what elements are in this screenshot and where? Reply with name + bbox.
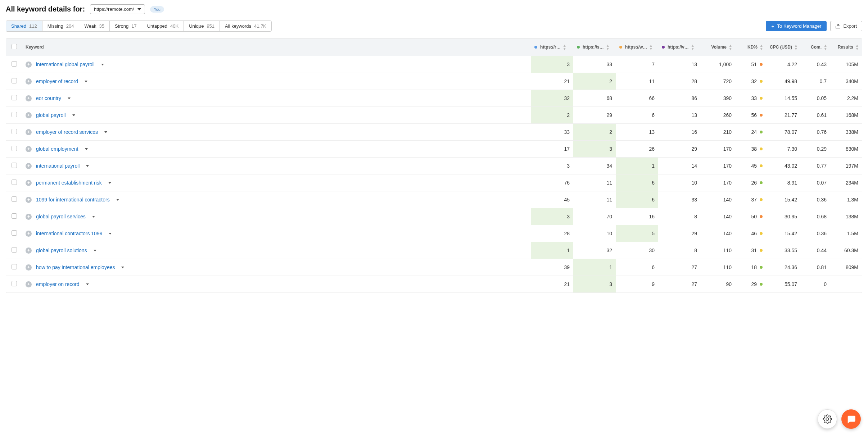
row-checkbox[interactable] (12, 95, 17, 100)
chevron-down-icon[interactable] (86, 283, 89, 285)
kd-value: 38 (751, 146, 757, 152)
chevron-down-icon[interactable] (92, 216, 95, 218)
keyword-link[interactable]: eor country (36, 95, 61, 101)
filter-tabs: Shared112Missing204Weak35Strong17Untappe… (6, 21, 272, 32)
comp-value: 33 (658, 191, 701, 208)
keyword-link[interactable]: global payroll services (36, 214, 86, 219)
kd-value: 18 (751, 264, 757, 270)
add-keyword-icon[interactable]: + (26, 112, 32, 118)
comp-value: 66 (616, 90, 658, 107)
add-keyword-icon[interactable]: + (26, 180, 32, 186)
keyword-link[interactable]: permanent establishment risk (36, 180, 102, 186)
chevron-down-icon[interactable] (108, 182, 111, 184)
row-checkbox[interactable] (12, 61, 17, 67)
keywords-table: Keyword https://r… ▴▾ https://s… (6, 38, 862, 293)
row-checkbox[interactable] (12, 247, 17, 253)
tab-unique[interactable]: Unique951 (184, 21, 220, 31)
comp-value: 76 (531, 174, 573, 191)
row-checkbox[interactable] (12, 112, 17, 117)
tab-shared[interactable]: Shared112 (6, 21, 42, 31)
chevron-down-icon[interactable] (109, 233, 112, 235)
select-all-checkbox[interactable] (12, 44, 17, 49)
cpc-value: 24.36 (766, 259, 801, 276)
chevron-down-icon[interactable] (68, 97, 71, 99)
add-keyword-icon[interactable]: + (26, 281, 32, 287)
chevron-down-icon[interactable] (86, 165, 89, 167)
keyword-link[interactable]: how to pay international employees (36, 264, 115, 270)
tab-all-keywords[interactable]: All keywords41.7K (220, 21, 271, 31)
keyword-link[interactable]: global payroll (36, 112, 66, 118)
add-keyword-icon[interactable]: + (26, 214, 32, 220)
chevron-down-icon[interactable] (101, 64, 104, 65)
com-value: 0.77 (801, 158, 830, 174)
col-volume[interactable]: Volume ▴▾ (701, 38, 735, 56)
row-checkbox[interactable] (12, 213, 17, 219)
add-keyword-icon[interactable]: + (26, 247, 32, 254)
col-comp-0[interactable]: https://r… ▴▾ (531, 38, 573, 56)
chevron-down-icon[interactable] (94, 250, 96, 251)
results-value: 105M (830, 56, 862, 73)
row-checkbox[interactable] (12, 146, 17, 151)
col-kd[interactable]: KD% ▴▾ (735, 38, 766, 56)
cpc-value: 15.42 (766, 191, 801, 208)
row-checkbox[interactable] (12, 196, 17, 202)
keyword-link[interactable]: international payroll (36, 163, 80, 169)
tab-label: All keywords (225, 23, 251, 29)
col-comp-2[interactable]: https://w… ▴▾ (616, 38, 658, 56)
kd-dot-icon (760, 80, 763, 83)
tab-count: 17 (131, 23, 136, 29)
add-keyword-icon[interactable]: + (26, 163, 32, 169)
row-checkbox[interactable] (12, 180, 17, 185)
tab-strong[interactable]: Strong17 (110, 21, 142, 31)
chevron-down-icon[interactable] (85, 148, 88, 150)
chevron-down-icon[interactable] (116, 199, 119, 201)
keyword-link[interactable]: global payroll solutions (36, 247, 87, 253)
keyword-link[interactable]: employer of record services (36, 129, 98, 135)
add-keyword-icon[interactable]: + (26, 78, 32, 85)
row-checkbox[interactable] (12, 78, 17, 83)
row-checkbox[interactable] (12, 163, 17, 168)
row-checkbox[interactable] (12, 230, 17, 236)
chevron-down-icon[interactable] (121, 267, 124, 268)
keyword-link[interactable]: 1099 for international contractors (36, 197, 110, 203)
tab-weak[interactable]: Weak35 (79, 21, 109, 31)
export-button[interactable]: Export (830, 21, 862, 31)
add-keyword-icon[interactable]: + (26, 95, 32, 101)
add-keyword-icon[interactable]: + (26, 129, 32, 135)
keyword-link[interactable]: employer of record (36, 78, 78, 84)
chevron-down-icon[interactable] (85, 81, 87, 82)
col-comp-3[interactable]: https://v… ▴▾ (658, 38, 701, 56)
table-row: +employer on record213927902955.070 (6, 276, 862, 293)
domain-select[interactable]: https://remote.com/ (90, 4, 145, 14)
row-checkbox[interactable] (12, 281, 17, 286)
row-checkbox[interactable] (12, 129, 17, 134)
add-keyword-icon[interactable]: + (26, 231, 32, 237)
sort-icon: ▴▾ (607, 44, 609, 51)
chevron-down-icon[interactable] (104, 131, 107, 133)
add-keyword-icon[interactable]: + (26, 146, 32, 152)
keyword-link[interactable]: international contractors 1099 (36, 231, 102, 236)
com-value: 0 (801, 276, 830, 293)
table-row: +employer of record services332131621024… (6, 124, 862, 141)
comp-value: 3 (531, 158, 573, 174)
comp-value: 11 (573, 174, 616, 191)
chevron-down-icon[interactable] (72, 114, 75, 116)
keyword-link[interactable]: international global payroll (36, 62, 95, 67)
tab-missing[interactable]: Missing204 (42, 21, 80, 31)
kd-value: 46 (751, 231, 757, 236)
keyword-link[interactable]: employer on record (36, 281, 80, 287)
add-keyword-icon[interactable]: + (26, 62, 32, 68)
col-cpc[interactable]: CPC (USD) ▴▾ (766, 38, 801, 56)
col-com[interactable]: Com. ▴▾ (801, 38, 830, 56)
to-keyword-manager-button[interactable]: + To Keyword Manager (766, 21, 827, 31)
keyword-link[interactable]: global employment (36, 146, 78, 152)
col-results[interactable]: Results ▴▾ (830, 38, 862, 56)
row-checkbox[interactable] (12, 264, 17, 269)
comp-value: 8 (658, 208, 701, 225)
tab-untapped[interactable]: Untapped40K (142, 21, 184, 31)
col-keyword[interactable]: Keyword (22, 38, 531, 56)
add-keyword-icon[interactable]: + (26, 197, 32, 203)
results-value: 138M (830, 208, 862, 225)
add-keyword-icon[interactable]: + (26, 264, 32, 271)
col-comp-1[interactable]: https://s… ▴▾ (573, 38, 616, 56)
